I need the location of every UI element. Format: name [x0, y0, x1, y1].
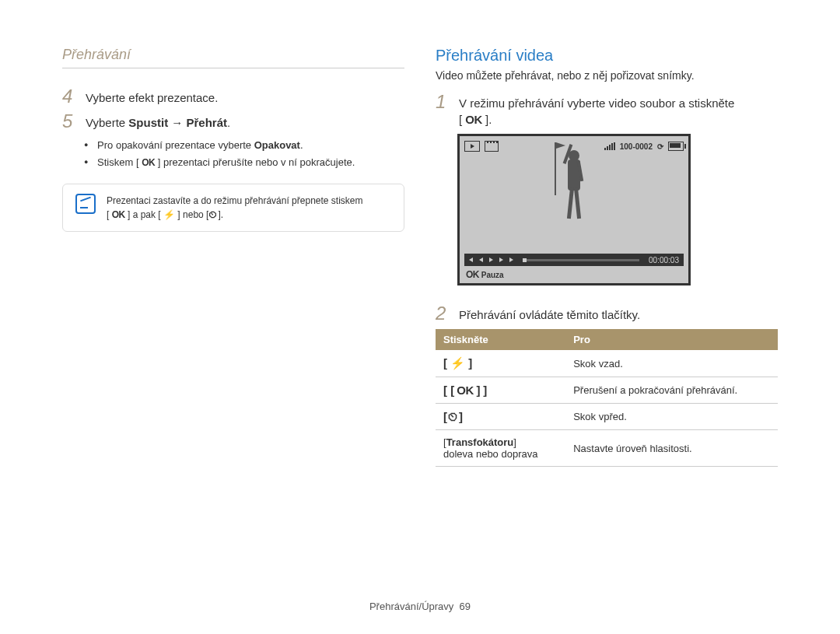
cell-button: [Transfokátoru] doleva nebo doprava — [436, 430, 565, 467]
table-row: [ ⚡ ] Skok vzad. — [436, 350, 778, 377]
person-silhouette — [558, 150, 590, 228]
play-icon — [489, 257, 493, 262]
loop-icon: ⟳ — [657, 142, 663, 151]
bullet-1-bold: Opakovat — [254, 139, 300, 151]
forward-icon — [499, 257, 503, 262]
flag-icon — [555, 142, 556, 195]
step-5: 5 Vyberte Spustit → Přehrát. — [62, 112, 404, 131]
bullet-1-pre: Pro opakování prezentace vyberte — [97, 139, 254, 151]
right-column: Přehrávání videa Video můžete přehrávat,… — [436, 47, 778, 467]
film-icon — [485, 141, 499, 152]
ok-icon: OK — [142, 157, 155, 168]
lcd-file-counter: 100-0002 — [620, 142, 653, 151]
step-1-number: 1 — [436, 93, 450, 111]
ok-icon: OK — [465, 113, 482, 126]
step-4-number: 4 — [62, 87, 76, 106]
table-row: [Transfokátoru] doleva nebo doprava Nast… — [436, 430, 778, 467]
bullet-2: Stiskem [ OK ] prezentaci přerušíte nebo… — [84, 154, 404, 171]
cell-button: [ ⚡ ] — [436, 350, 565, 377]
th-button: Stiskněte — [436, 329, 565, 350]
lcd-bottom-hint: OK Pauza — [466, 269, 504, 280]
step-5-post: . — [227, 116, 230, 129]
step-1: 1 V režimu přehrávání vyberte video soub… — [436, 93, 778, 128]
rewind-icon — [479, 257, 483, 262]
bullet-2-pre: Stiskem [ — [97, 156, 142, 168]
th-action: Pro — [565, 329, 778, 350]
ok-icon: OK — [466, 269, 479, 280]
step-2-number: 2 — [436, 304, 450, 323]
bullet-1: Pro opakování prezentace vyberte Opakova… — [84, 137, 404, 154]
section-title: Přehrávání videa — [436, 47, 778, 65]
note-l2-d: ]. — [218, 209, 223, 220]
controls-table: Stiskněte Pro [ ⚡ ] Skok vzad. [ [ OK ] … — [436, 329, 778, 467]
note-icon — [75, 194, 96, 214]
ok-icon: [ OK ] — [450, 384, 480, 397]
footer-page: 69 — [460, 601, 471, 612]
step-4-text: Vyberte efekt prezentace. — [86, 87, 404, 106]
section-subtitle: Video můžete přehrávat, nebo z něj pořiz… — [436, 69, 778, 82]
step-5-text: Vyberte Spustit → Přehrát. — [86, 112, 404, 131]
cell-btn-bold: Transfokátoru — [446, 436, 514, 448]
left-column: Přehrávání 4 Vyberte efekt prezentace. 5… — [62, 47, 404, 467]
signal-icon — [604, 142, 615, 150]
step-5-bold: Spustit → Přehrát — [128, 116, 227, 129]
note-l2-a: [ — [107, 209, 112, 220]
cell-desc: Skok vpřed. — [565, 404, 778, 430]
step-1-pre: V režimu přehrávání vyberte video soubor… — [459, 96, 734, 110]
cell-btn-post: ] — [513, 436, 516, 448]
note-box: Prezentaci zastavíte a do režimu přehráv… — [62, 184, 404, 232]
step-5-pre: Vyberte — [86, 116, 128, 129]
bullet-2-post: ] prezentaci přerušíte nebo v ní pokraču… — [155, 156, 355, 168]
rewind-icon — [469, 257, 473, 262]
step-5-number: 5 — [62, 112, 76, 131]
lcd-bottom-label: Pauza — [481, 271, 504, 279]
lcd-time: 00:00:03 — [649, 256, 679, 264]
cell-button: [⏲] — [436, 404, 565, 430]
table-row: [ [ OK ] ] Přerušení a pokračování přehr… — [436, 377, 778, 404]
bullet-1-post: . — [300, 139, 303, 151]
step-4: 4 Vyberte efekt prezentace. — [62, 87, 404, 106]
camera-lcd-preview: 100-0002 ⟳ 00:00:03 OK Pauza — [457, 134, 691, 285]
forward-icon — [509, 257, 513, 262]
cell-desc: Přerušení a pokračování přehrávání. — [565, 377, 778, 404]
play-mode-icon — [464, 141, 480, 152]
note-text: Prezentaci zastavíte a do režimu přehráv… — [107, 194, 363, 222]
page-footer: Přehrávání/Úpravy 69 — [0, 601, 840, 612]
step-1-text: V režimu přehrávání vyberte video soubor… — [459, 93, 778, 128]
table-row: [⏲] Skok vpřed. — [436, 404, 778, 430]
cell-desc: Nastavte úroveň hlasitosti. — [565, 430, 778, 467]
cell-btn-line2: doleva nebo doprava — [443, 448, 537, 460]
cell-desc: Skok vzad. — [565, 350, 778, 377]
flash-icon: ⚡ — [163, 209, 175, 220]
step-5-bullets: Pro opakování prezentace vyberte Opakova… — [62, 137, 404, 171]
battery-icon — [668, 142, 684, 151]
cell-button: [ [ OK ] ] — [436, 377, 565, 404]
timer-icon: ⏲ — [208, 209, 218, 220]
note-l2-c: ] nebo [ — [175, 209, 208, 220]
page-header: Přehrávání — [62, 47, 404, 68]
step-2-text: Přehrávání ovládáte těmito tlačítky. — [459, 304, 778, 323]
lcd-figure — [558, 150, 590, 228]
progress-track — [523, 259, 639, 261]
lcd-progress-bar: 00:00:03 — [464, 254, 684, 266]
step-2: 2 Přehrávání ovládáte těmito tlačítky. — [436, 304, 778, 323]
footer-text: Přehrávání/Úpravy — [369, 601, 453, 612]
ok-icon: OK — [112, 209, 125, 220]
step-1-post: . — [488, 113, 492, 126]
note-line1: Prezentaci zastavíte a do režimu přehráv… — [107, 195, 363, 206]
note-l2-b: ] a pak [ — [125, 209, 163, 220]
